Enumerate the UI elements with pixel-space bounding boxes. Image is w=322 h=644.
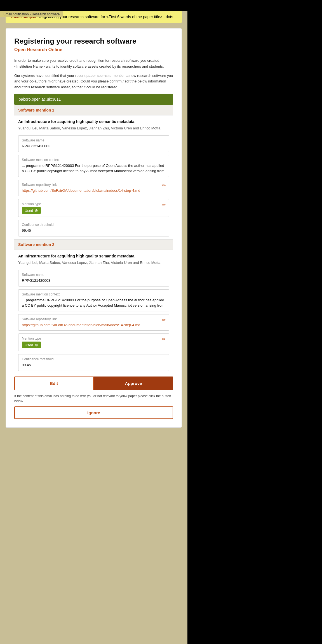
card-intro-1: In order to make sure you receive credit…	[14, 58, 173, 70]
repo-link-value-1[interactable]: https://github.com/SoFairOA/documentatio…	[22, 188, 140, 193]
mention-context-box-2: Software mention context ... programme R…	[18, 289, 169, 311]
confidence-label-2: Confidence threshold	[22, 357, 166, 361]
used-badge-text-1: Used	[25, 209, 33, 213]
mention-header-1: Software mention 1	[14, 105, 173, 115]
mention-context-label-1: Software mention context	[22, 158, 166, 162]
action-buttons: Edit Approve	[14, 377, 173, 390]
mention-context-label-2: Software mention context	[22, 292, 166, 296]
browser-tab[interactable]: Email notification - Research software	[0, 11, 63, 17]
mention-context-value-1: ... programme RPPG121420003 For the purp…	[22, 163, 166, 174]
mention-context-value-2: ... programme RPPG121420003 For the purp…	[22, 297, 166, 308]
oai-value: oai:oro.open.ac.uk:3011	[19, 97, 61, 101]
confidence-value-2: 99.45	[22, 362, 166, 368]
page-background: Email notification - Research software E…	[0, 11, 187, 644]
confidence-value-1: 99.45	[22, 228, 166, 233]
edit-button[interactable]: Edit	[14, 377, 94, 390]
mention-section-2: Software mention 2 An Infrastructure for…	[14, 239, 173, 371]
used-badge-2[interactable]: Used ⊕	[22, 342, 41, 348]
software-name-label-1: Software name	[22, 138, 166, 142]
software-name-value-2: RPPG121420003	[22, 278, 166, 283]
repo-link-label-2: Software repository link	[22, 317, 166, 321]
card-subtitle: Open Research Online	[14, 47, 173, 52]
mention-body-1: An Infrastructure for acquiring high qua…	[14, 115, 173, 236]
confidence-box-2: Confidence threshold 99.45	[18, 354, 169, 371]
paper-authors-2: Yuangui Lei, Marta Sabou, Vanessa Lopez,…	[18, 260, 169, 266]
approve-button[interactable]: Approve	[94, 377, 173, 390]
paper-title-1: An Infrastructure for acquiring high qua…	[18, 119, 169, 124]
card-intro-2: Our systems have identified that your re…	[14, 73, 173, 90]
mention-context-box-1: Software mention context ... programme R…	[18, 155, 169, 177]
mention-type-box-1: Mention type Used ⊕ ✏	[18, 199, 169, 217]
mention-type-edit-icon-1[interactable]: ✏	[162, 202, 166, 207]
paper-authors-1: Yuangui Lei, Marta Sabou, Vanessa Lopez,…	[18, 126, 169, 131]
repo-edit-icon-2[interactable]: ✏	[162, 317, 166, 323]
mention-body-2: An Infrastructure for acquiring high qua…	[14, 250, 173, 371]
repo-link-box-1: Software repository link https://github.…	[18, 180, 169, 196]
mention-header-2: Software mention 2	[14, 239, 173, 250]
repo-link-label-1: Software repository link	[22, 183, 166, 187]
mention-type-label-1: Mention type	[22, 202, 166, 206]
used-badge-text-2: Used	[25, 343, 33, 347]
ignore-button[interactable]: Ignore	[14, 406, 173, 419]
confidence-box-1: Confidence threshold 99.45	[18, 220, 169, 236]
repo-edit-icon-1[interactable]: ✏	[162, 183, 166, 188]
mention-type-edit-icon-2[interactable]: ✏	[162, 337, 166, 342]
repo-link-box-2: Software repository link https://github.…	[18, 314, 169, 331]
software-name-value-1: RPPG121420003	[22, 143, 166, 149]
used-badge-icon-2: ⊕	[35, 343, 38, 347]
used-badge-icon-1: ⊕	[35, 208, 38, 213]
software-name-label-2: Software name	[22, 273, 166, 277]
mention-section-1: Software mention 1 An Infrastructure for…	[14, 105, 173, 236]
paper-title-2: An Infrastructure for acquiring high qua…	[18, 254, 169, 258]
software-name-box-1: Software name RPPG121420003	[18, 135, 169, 152]
used-badge-1[interactable]: Used ⊕	[22, 207, 41, 214]
confidence-label-1: Confidence threshold	[22, 223, 166, 227]
browser-tab-label: Email notification - Research software	[3, 12, 60, 16]
mention-type-label-2: Mention type	[22, 337, 166, 340]
email-card: Registering your research software Open …	[6, 28, 182, 428]
mention-type-box-2: Mention type Used ⊕ ✏	[18, 333, 169, 351]
repo-link-value-2[interactable]: https://github.com/SoFairOA/documentatio…	[22, 323, 140, 327]
card-title: Registering your research software	[14, 37, 173, 46]
software-name-box-2: Software name RPPG121420003	[18, 270, 169, 287]
ignore-note: If the content of this email has nothing…	[14, 394, 173, 404]
oai-box: oai:oro.open.ac.uk:3011	[14, 94, 173, 105]
